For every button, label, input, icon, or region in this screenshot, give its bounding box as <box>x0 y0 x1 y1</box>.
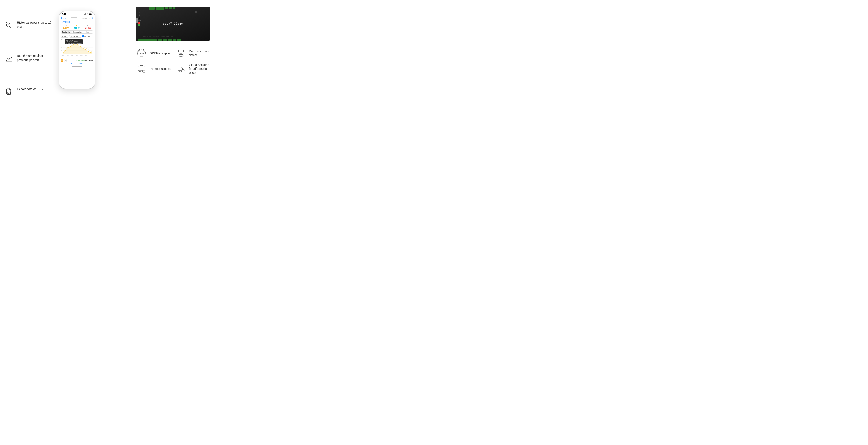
feature-text-export: Export data as CSV <box>17 87 43 91</box>
chart-area: kWh Aug 21, 2023 ● Production: 12.6 kWh … <box>61 39 93 58</box>
date-selector[interactable]: August 2023 ▾ <box>69 35 81 37</box>
right-ports: ETH2 CTH1 USB HDMI <box>186 11 206 13</box>
remote-label: Remote access <box>150 67 170 71</box>
svg-text:20: 20 <box>61 40 62 41</box>
svg-text:Aug 7: Aug 7 <box>67 55 69 56</box>
csv-export-icon: CSV <box>4 87 14 97</box>
period-selector[interactable]: Month ▾ <box>61 35 68 37</box>
left-ports: COM1 RS-485 <box>143 11 148 16</box>
feature-item-historical: Historical reports up to 10 years <box>4 21 52 30</box>
svg-rect-10 <box>85 14 85 15</box>
power-section: POWER RESET <box>138 12 141 27</box>
stat-summary: 9.9% higher 396.90 kWh <box>76 60 93 61</box>
info-grid: GDPR GDPR-compliant Data saved on dev <box>136 45 213 77</box>
svg-marker-24 <box>63 43 92 54</box>
tooltip-prior: ○ Prior Production: 18.9 kWh <box>66 42 82 44</box>
svg-rect-13 <box>89 14 91 14</box>
left-section: Historical reports up to 10 years Benchm… <box>4 6 136 110</box>
app-header: Done 1.0.12 (73) ⓘ <box>59 16 95 21</box>
main-container: Historical reports up to 10 years Benchm… <box>0 0 217 117</box>
type-label: ENERGY MANAGEMENT SYSTEM <box>158 25 188 27</box>
status-time: 9:41 <box>62 13 66 15</box>
info-item-cloud: Cloud backups for affordable price <box>176 63 213 75</box>
right-section: POWER RESET LaMetric SOLAR LOGIC ENERGY … <box>136 6 213 77</box>
nav-title: Analysis <box>63 21 70 23</box>
tab-row: Production Consumption Grid <box>61 30 93 34</box>
cloud-label: Cloud backups for affordable price <box>189 63 213 75</box>
feature-item-export: CSV Export data as CSV <box>4 87 52 97</box>
data-device-label: Data saved on device <box>189 49 213 57</box>
svg-text:Aug 25: Aug 25 <box>80 55 83 56</box>
vs-prior-toggle[interactable]: vs. Prior <box>82 35 90 37</box>
device-logo: LaMetric SOLAR LOGIC ENERGY MANAGEMENT S… <box>158 22 188 27</box>
remote-access-icon <box>136 63 147 74</box>
wifi-icon <box>86 13 88 15</box>
svg-text:Aug 31: Aug 31 <box>85 55 87 56</box>
svg-rect-9 <box>84 14 85 15</box>
svg-rect-11 <box>85 13 86 15</box>
add-stat-btn[interactable]: + <box>64 59 67 62</box>
gdpr-label: GDPR-compliant <box>150 51 172 55</box>
plug-icon: ⚡ <box>74 25 80 27</box>
svg-text:8: 8 <box>61 50 62 51</box>
gdpr-icon: GDPR <box>136 48 147 59</box>
svg-point-25 <box>81 46 82 47</box>
svg-text:16: 16 <box>61 43 62 45</box>
battery-icon <box>89 13 92 15</box>
svg-rect-8 <box>84 14 84 15</box>
back-button[interactable]: ‹ <box>61 21 62 23</box>
svg-text:12: 12 <box>61 47 62 48</box>
chart-y-label: kWh <box>61 39 63 40</box>
pct-higher: 9.9% higher <box>76 60 85 61</box>
tab-production[interactable]: Production <box>61 31 72 33</box>
bottom-connectors <box>138 39 181 41</box>
sun-icon: ☀ <box>63 25 69 27</box>
feature-text-historical: Historical reports up to 10 years <box>17 21 52 29</box>
vs-prior-checkbox <box>82 35 84 37</box>
grid-icon: ⊞ <box>84 25 91 27</box>
production-stat: ☀ 2.2 kW <box>63 25 69 29</box>
version-label: 1.0.12 (73) <box>83 18 90 19</box>
svg-rect-43 <box>143 70 145 71</box>
home-indicator <box>72 66 83 67</box>
info-item-remote: Remote access <box>136 63 173 75</box>
consumption-stat: ⚡ 400 W <box>74 25 80 29</box>
download-csv-link[interactable]: Download CSV <box>59 62 95 66</box>
app-nav: ‹ Analysis <box>59 21 95 24</box>
done-button[interactable]: Done <box>61 17 65 19</box>
status-bar: 9:41 <box>59 11 95 16</box>
production-value: 2.2 kW <box>63 27 69 29</box>
stats-row: ☀ 2.2 kW ⚡ 400 W ⊞ -1.8 kW <box>59 24 95 30</box>
model-label: SOLAR LOGIC <box>158 23 188 25</box>
tooltip-date: Aug 21, 2023 <box>66 40 82 41</box>
svg-text:Aug 13: Aug 13 <box>71 55 73 56</box>
svg-text:CSV: CSV <box>8 93 10 94</box>
svg-text:GDPR: GDPR <box>139 53 145 55</box>
signal-icon <box>84 13 86 15</box>
bottom-stat-icons: + <box>61 59 67 62</box>
database-icon <box>176 48 186 59</box>
svg-point-36 <box>178 50 184 52</box>
chart-tooltip: Aug 21, 2023 ● Production: 12.6 kWh ○ Pr… <box>65 39 83 44</box>
phone-screen: 9:41 <box>59 11 95 89</box>
svg-point-2 <box>10 27 11 27</box>
sun-stat-btn[interactable] <box>61 59 63 62</box>
top-connectors <box>149 6 175 10</box>
grid-value: -1.8 kW <box>84 27 91 29</box>
info-icon[interactable]: ⓘ <box>91 17 93 20</box>
features-list: Historical reports up to 10 years Benchm… <box>4 6 52 110</box>
drag-handle <box>71 18 77 18</box>
device-image: POWER RESET LaMetric SOLAR LOGIC ENERGY … <box>136 6 210 41</box>
svg-text:Aug 1: Aug 1 <box>62 55 64 56</box>
port-labels: OPTOISOLATED INPUTS DIGITAL OUTPUTS ANAL… <box>143 36 173 38</box>
feature-text-benchmark: Benchmark against previous periods <box>17 54 52 62</box>
vga-connector <box>136 18 138 23</box>
tab-consumption[interactable]: Consumption <box>72 31 82 33</box>
history-search-icon <box>4 21 14 30</box>
tab-grid[interactable]: Grid <box>83 31 93 33</box>
grid-stat: ⊞ -1.8 kW <box>84 25 91 29</box>
svg-point-1 <box>8 25 9 25</box>
cloud-backup-icon <box>176 63 186 74</box>
svg-text:4: 4 <box>61 53 62 55</box>
svg-text:Aug 19: Aug 19 <box>75 55 78 56</box>
